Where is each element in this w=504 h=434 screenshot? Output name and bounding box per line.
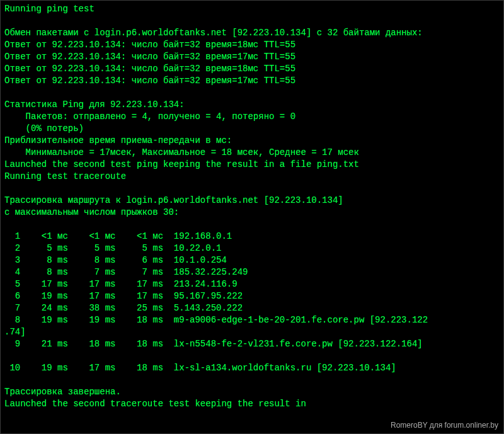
terminal-line: Ответ от 92.223.10.134: число байт=32 вр… (4, 51, 500, 63)
terminal-line: 2 5 ms 5 ms 5 ms 10.22.0.1 (4, 243, 500, 254)
terminal-line: Ответ от 92.223.10.134: число байт=32 вр… (4, 63, 500, 75)
terminal-line (4, 374, 500, 386)
terminal-line: Running test traceroute (4, 171, 500, 183)
terminal-line: Обмен пакетами с login.p6.worldoftanks.n… (4, 27, 500, 39)
terminal-line: 3 8 ms 8 ms 6 ms 10.1.0.254 (4, 254, 500, 266)
terminal-line: Launched the second test ping keeping th… (4, 159, 500, 171)
terminal-line: 7 24 ms 38 ms 25 ms 5.143.250.222 (4, 302, 500, 314)
terminal-line: Минимальное = 17мсек, Максимальное = 18 … (4, 147, 500, 159)
terminal-line (4, 87, 500, 99)
terminal-line: Приблизительное время приема-передачи в … (4, 135, 500, 147)
terminal-line: Пакетов: отправлено = 4, получено = 4, п… (4, 111, 500, 123)
terminal-line: 6 19 ms 17 ms 17 ms 95.167.95.222 (4, 290, 500, 302)
terminal-window: Running ping test Обмен пакетами с login… (0, 0, 504, 434)
terminal-line: 10 19 ms 17 ms 18 ms lx-sl-a134.worldoft… (4, 362, 500, 374)
terminal-line (4, 15, 500, 27)
terminal-line: Статистика Ping для 92.223.10.134: (4, 99, 500, 111)
terminal-line (4, 350, 500, 362)
terminal-line: Трассировка маршрута к login.p6.worldoft… (4, 195, 500, 207)
terminal-line (4, 219, 500, 231)
terminal-line: Launched the second traceroute test keep… (4, 398, 500, 410)
terminal-line (4, 183, 500, 195)
terminal-line: Трассировка завершена. (4, 386, 500, 398)
terminal-output: Running ping test Обмен пакетами с login… (1, 1, 503, 413)
terminal-line: 8 19 ms 19 ms 18 ms m9-a9006-edge-1-be-2… (4, 314, 500, 326)
terminal-line: 9 21 ms 18 ms 18 ms lx-n5548-fe-2-vl231.… (4, 338, 500, 350)
terminal-line: .74] (4, 326, 500, 338)
terminal-line: Ответ от 92.223.10.134: число байт=32 вр… (4, 75, 500, 87)
terminal-line: с максимальным числом прыжков 30: (4, 207, 500, 219)
watermark-text: RomeroBY для forum.onliner.by (391, 421, 498, 430)
terminal-line: Ответ от 92.223.10.134: число байт=32 вр… (4, 39, 500, 51)
terminal-line: 1 <1 мс <1 мс <1 мс 192.168.0.1 (4, 231, 500, 243)
terminal-line: 5 17 ms 17 ms 17 ms 213.24.116.9 (4, 278, 500, 290)
terminal-line: Running ping test (4, 3, 500, 15)
terminal-line: 4 8 ms 7 ms 7 ms 185.32.225.249 (4, 266, 500, 278)
terminal-line: (0% потерь) (4, 123, 500, 135)
